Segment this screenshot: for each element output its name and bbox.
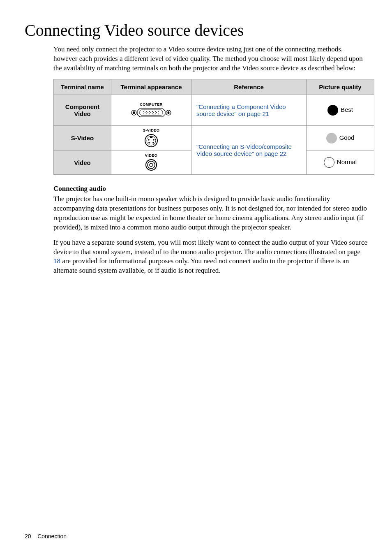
svideo-port-icon <box>144 133 159 148</box>
svg-point-25 <box>153 139 154 141</box>
svg-point-4 <box>143 111 144 112</box>
svg-point-20 <box>158 114 159 114</box>
audio-paragraph-1: The projector has one built-in mono spea… <box>53 195 367 232</box>
audio-p2-part-a: If you have a separate sound system, you… <box>53 239 367 256</box>
th-reference: Reference <box>191 79 307 95</box>
pq-label: Best <box>341 106 353 113</box>
intro-text: You need only connect the projector to a… <box>53 45 367 73</box>
video-sources-table: Terminal name Terminal appearance Refere… <box>53 79 374 175</box>
pq-good: Good <box>307 125 374 151</box>
footer-section-name: Connection <box>37 533 67 540</box>
svg-point-15 <box>143 114 144 114</box>
page-title: Connecting Video source devices <box>25 21 367 40</box>
pq-best: Best <box>307 95 374 125</box>
term-label-svideo: S-VIDEO <box>114 128 189 132</box>
svg-point-24 <box>148 139 150 141</box>
th-terminal-appearance: Terminal appearance <box>111 79 191 95</box>
audio-p2-part-b: are provided for informational purposes … <box>53 257 349 274</box>
svg-point-30 <box>150 163 153 167</box>
page-footer: 20 Connection <box>25 533 67 540</box>
svg-point-7 <box>152 111 153 112</box>
th-terminal-name: Terminal name <box>54 79 111 95</box>
svg-rect-23 <box>150 137 152 138</box>
svg-point-6 <box>149 111 150 112</box>
svg-point-29 <box>148 161 155 169</box>
svg-point-11 <box>148 112 148 113</box>
svg-point-5 <box>146 111 147 112</box>
audio-paragraph-2: If you have a separate sound system, you… <box>53 238 367 276</box>
term-label-video: VIDEO <box>114 153 189 158</box>
svg-point-14 <box>156 112 157 113</box>
terminal-cell-svideo: S-VIDEO <box>111 125 191 151</box>
svg-point-27 <box>152 142 154 144</box>
pq-normal: Normal <box>307 151 374 174</box>
svg-point-10 <box>145 112 145 113</box>
pq-label: Good <box>339 134 355 141</box>
terminal-cell-video: VIDEO <box>111 151 191 174</box>
terminal-cell-computer: COMPUTER <box>111 95 191 125</box>
ref-link-svideo-composite[interactable]: "Connecting an S-Video/composite Video s… <box>191 125 307 174</box>
pq-label: Normal <box>337 158 357 165</box>
svg-point-26 <box>148 142 150 144</box>
term-label-computer: COMPUTER <box>114 102 189 107</box>
svg-point-3 <box>168 111 170 114</box>
connecting-audio-heading: Connecting audio <box>53 185 367 193</box>
svg-point-17 <box>149 114 150 114</box>
row-head-component: Component Video <box>54 95 111 125</box>
th-picture-quality: Picture quality <box>307 79 374 95</box>
svg-point-13 <box>153 112 154 113</box>
row-head-video: Video <box>54 151 111 174</box>
svg-point-8 <box>155 111 156 112</box>
table-row: S-Video S-VIDEO "Connecting an S-Video/c… <box>54 125 374 151</box>
page-link-18[interactable]: 18 <box>53 257 60 265</box>
quality-indicator-icon <box>324 157 334 168</box>
row-head-svideo: S-Video <box>54 125 111 151</box>
quality-indicator-icon <box>327 105 338 116</box>
footer-page-number: 20 <box>25 533 31 540</box>
table-row: Component Video COMPUTER "Connecting a C… <box>54 95 374 125</box>
ref-link-component[interactable]: "Connecting a Component Video source dev… <box>191 95 307 125</box>
svg-point-9 <box>158 111 159 112</box>
svg-point-18 <box>152 114 153 114</box>
svg-point-12 <box>150 112 151 113</box>
svg-point-1 <box>133 111 135 114</box>
svg-point-16 <box>146 114 147 114</box>
vga-port-icon <box>131 107 172 118</box>
composite-port-icon <box>145 158 158 171</box>
svg-point-19 <box>155 114 156 114</box>
quality-indicator-icon <box>326 133 337 144</box>
